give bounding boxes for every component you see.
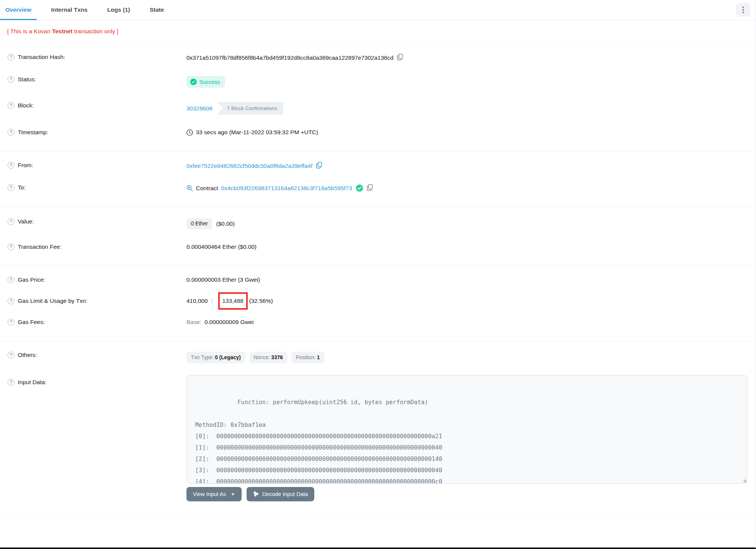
base-fee-value: 0.000000009 Gwei xyxy=(205,319,254,326)
block-confirmations-badge: 7 Block Confirmations xyxy=(217,102,283,115)
notice-suffix: transaction only ] xyxy=(73,28,118,34)
row-gas-price: ? Gas Price: 0.000000003 Ether (3 Gwei) xyxy=(0,269,756,288)
timestamp-label: Timestamp: xyxy=(18,129,48,136)
gas-used-percent: (32.56%) xyxy=(249,298,273,304)
decode-icon xyxy=(253,491,259,497)
notice-prefix: [ This is a Kovan xyxy=(7,28,52,34)
transaction-hash-label: Transaction Hash: xyxy=(18,54,65,60)
gas-limit-label: Gas Limit & Usage by Txn: xyxy=(18,298,87,304)
annotation-highlight-box: 133,488 xyxy=(218,292,248,310)
transaction-hash-value: 0x371a51097fb78df856f8b4a7bd459f192d8cc8… xyxy=(186,54,393,61)
help-icon[interactable]: ? xyxy=(8,54,14,60)
timestamp-value: 33 secs ago (Mar-11-2022 03:59:32 PM +UT… xyxy=(196,129,318,136)
help-icon[interactable]: ? xyxy=(8,162,14,169)
gas-limit-value: 410,000 xyxy=(186,298,208,304)
help-icon[interactable]: ? xyxy=(8,129,14,136)
success-check-icon xyxy=(190,79,197,85)
help-icon[interactable]: ? xyxy=(8,298,14,304)
tab-overview[interactable]: Overview xyxy=(0,0,37,20)
row-value: ? Value: 0 Ether ($0.00) xyxy=(0,211,756,236)
copy-icon xyxy=(316,162,322,170)
status-label: Status: xyxy=(18,76,36,83)
base-fee-label: Base: xyxy=(186,319,202,326)
verified-check-icon xyxy=(356,185,363,192)
from-address-link[interactable]: 0xfee7522e8482682cf50ddc50a0f8da2a39effa… xyxy=(186,163,312,169)
nonce-value: 3376 xyxy=(271,355,283,360)
nonce-label: Nonce: xyxy=(254,355,270,360)
transaction-page: Overview Internal Txns Logs (1) State [ … xyxy=(0,0,756,549)
clock-icon xyxy=(186,129,193,136)
magnifier-plus-icon[interactable] xyxy=(186,185,193,191)
status-text: Success xyxy=(199,79,220,85)
gas-used-value: 133,488 xyxy=(222,298,244,304)
help-icon[interactable]: ? xyxy=(8,319,14,326)
row-to: ? To: Contract 0x4cb093f226983713164a621… xyxy=(0,177,756,199)
help-icon[interactable]: ? xyxy=(8,243,14,250)
gas-fees-label: Gas Fees: xyxy=(18,319,45,326)
help-icon[interactable]: ? xyxy=(8,276,14,283)
block-label: Block: xyxy=(18,102,34,109)
help-icon[interactable]: ? xyxy=(8,76,14,83)
row-gas-limit-usage: ? Gas Limit & Usage by Txn: 410,000 | 13… xyxy=(0,288,756,314)
block-number-link[interactable]: 30328606 xyxy=(186,105,213,112)
help-icon[interactable]: ? xyxy=(8,184,14,191)
help-icon[interactable]: ? xyxy=(8,379,14,386)
copy-hash-button[interactable] xyxy=(397,54,403,62)
others-label: Others: xyxy=(18,352,37,358)
position-value: 1 xyxy=(317,355,320,360)
help-icon[interactable]: ? xyxy=(8,102,14,109)
kebab-icon xyxy=(742,6,744,13)
tab-state[interactable]: State xyxy=(144,0,169,20)
copy-icon xyxy=(367,184,373,192)
notice-bold: Testnet xyxy=(52,28,73,34)
nonce-badge: Nonce:3376 xyxy=(249,352,287,363)
tab-bar: Overview Internal Txns Logs (1) State xyxy=(0,0,756,20)
transaction-fee-label: Transaction Fee: xyxy=(18,243,62,250)
txn-type-label: Txn Type: xyxy=(191,355,214,360)
gas-price-label: Gas Price: xyxy=(18,276,45,283)
chevron-down-icon: ▼ xyxy=(231,492,235,496)
copy-to-button[interactable] xyxy=(367,184,373,192)
gas-price-value: 0.000000003 Ether (3 Gwei) xyxy=(186,276,260,283)
row-from: ? From: 0xfee7522e8482682cf50ddc50a0f8da… xyxy=(0,155,756,177)
decode-input-data-label: Decode Input Data xyxy=(262,491,308,497)
decode-input-data-button[interactable]: Decode Input Data xyxy=(247,487,315,501)
value-badge: 0 Ether xyxy=(186,218,212,229)
txn-type-badge: Txn Type:0 (Legacy) xyxy=(186,352,245,363)
help-icon[interactable]: ? xyxy=(8,218,14,225)
tab-internal-txns[interactable]: Internal Txns xyxy=(46,0,93,20)
txn-type-value: 0 (Legacy) xyxy=(215,355,241,360)
row-block: ? Block: 30328606 7 Block Confirmations xyxy=(0,95,756,122)
value-label: Value: xyxy=(18,218,34,225)
row-status: ? Status: Success xyxy=(0,69,756,95)
gas-separator: | xyxy=(211,298,213,304)
testnet-notice: [ This is a Kovan Testnet transaction on… xyxy=(0,20,756,35)
row-transaction-hash: ? Transaction Hash: 0x371a51097fb78df856… xyxy=(0,47,756,69)
row-timestamp: ? Timestamp: 33 secs ago (Mar-11-2022 03… xyxy=(0,122,756,143)
row-transaction-fee: ? Transaction Fee: 0.000400464 Ether ($0… xyxy=(0,236,756,257)
divider xyxy=(0,517,756,517)
view-input-as-button[interactable]: View Input As ▼ xyxy=(186,487,242,501)
row-gas-fees: ? Gas Fees: Base: 0.000000009 Gwei xyxy=(0,314,756,333)
tab-logs[interactable]: Logs (1) xyxy=(102,0,135,20)
from-label: From: xyxy=(18,162,33,169)
value-usd: ($0.00) xyxy=(216,220,234,227)
row-others: ? Others: Txn Type:0 (Legacy) Nonce:3376… xyxy=(0,344,756,371)
input-data-content: Function: performUpkeep(uint256 id, byte… xyxy=(195,399,442,484)
to-type: Contract xyxy=(196,185,218,192)
input-data-textarea[interactable]: Function: performUpkeep(uint256 id, byte… xyxy=(186,375,747,484)
help-icon[interactable]: ? xyxy=(8,352,14,358)
view-input-as-label: View Input As xyxy=(193,491,226,497)
row-input-data: ? Input Data: Function: performUpkeep(ui… xyxy=(0,371,756,509)
more-options-button[interactable] xyxy=(736,3,750,17)
status-badge: Success xyxy=(186,76,225,88)
copy-from-button[interactable] xyxy=(316,162,322,170)
to-label: To: xyxy=(18,184,26,191)
position-badge: Position:1 xyxy=(291,352,324,363)
overview-panel: [ This is a Kovan Testnet transaction on… xyxy=(0,20,756,547)
resize-handle[interactable] xyxy=(741,478,746,482)
to-address-link[interactable]: 0x4cb093f226983713164a62138c3f718a5b595f… xyxy=(221,185,352,192)
transaction-fee-value: 0.000400464 Ether ($0.00) xyxy=(186,243,256,250)
copy-icon xyxy=(397,54,403,62)
input-data-label: Input Data: xyxy=(18,379,47,386)
